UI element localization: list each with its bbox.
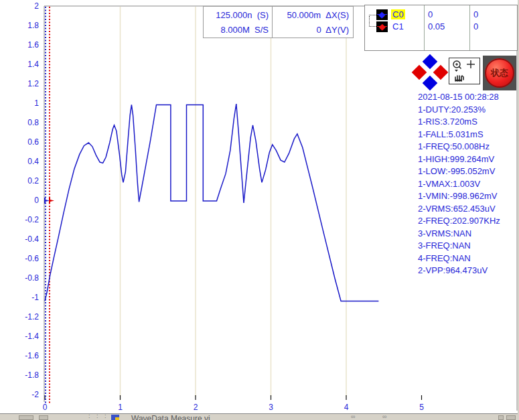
vi-window-title[interactable]: WaveData Measure.vi: [131, 414, 210, 420]
x-tick-label: 2: [187, 403, 204, 412]
red-diamond-cursor-icon[interactable]: ◆: [376, 21, 388, 32]
bottom-bar-mark: :: [88, 413, 90, 419]
measurement-line: 2-FREQ:202.907KHz: [418, 215, 518, 228]
sample-info-panel: 125.000n (S) 8.000M S/S: [203, 6, 273, 38]
cursor-delta-panel: 50.000m ΔX(S) 0 ΔY(V): [272, 6, 354, 38]
cursor-row-c1[interactable]: ◆ C1 0.05 0: [365, 21, 517, 33]
y-tick-label: -1.2: [0, 312, 39, 322]
y-tick-label: -1.4: [0, 332, 39, 341]
measurement-line: 3-VRMS:NAN: [418, 228, 518, 240]
measurement-line: 1-DUTY:20.253%: [418, 104, 518, 117]
bottom-window-bar[interactable]: : : : WaveData Measure.vi ∞ ∞: [0, 413, 519, 420]
plus-icon[interactable]: [467, 60, 475, 68]
cursor-row-c0[interactable]: ◆ C0 0 0: [365, 9, 517, 21]
measurement-line: 2-VRMS:652.453uV: [418, 203, 518, 216]
x-tick-label: 1: [112, 403, 129, 412]
cursor-c1-x-value[interactable]: 0.05: [428, 21, 445, 31]
delta-x-value: 50.000m ΔX(S): [287, 10, 350, 20]
x-tick-label: 0: [36, 403, 54, 412]
measurement-line: 4-FREQ:NAN: [418, 253, 518, 265]
cursor-c0-y-value[interactable]: 0: [473, 9, 478, 19]
bottom-bar-widget[interactable]: [19, 415, 33, 420]
bottom-bar-widget[interactable]: [506, 415, 516, 420]
down-blue-diamond-icon[interactable]: [423, 76, 438, 91]
measurement-line: 1-FALL:5.031mS: [418, 129, 518, 141]
measurement-line: 2-VPP:964.473uV: [418, 265, 518, 277]
x-tick-label: 4: [338, 403, 355, 412]
measurement-line: 1-LOW:-995.052mV: [418, 165, 518, 178]
measurement-readout-panel: 2021-08-15 00:28:28 1-DUTY:20.253%1-RIS:…: [418, 91, 518, 277]
timestamp: 2021-08-15 00:28:28: [418, 91, 518, 104]
y-tick-label: 0.2: [0, 176, 39, 186]
status-button-label[interactable]: 状态: [485, 58, 514, 88]
cursor-move-pad-button[interactable]: [413, 55, 447, 91]
measurement-line: 1-RIS:3.720mS: [418, 116, 518, 129]
bottom-bar-widget[interactable]: [498, 415, 504, 420]
y-tick-label: -0.6: [0, 254, 39, 263]
y-tick-label: 0: [0, 196, 39, 205]
y-tick-label: 0.4: [0, 157, 39, 166]
measurement-line: 1-VMAX:1.003V: [418, 178, 518, 191]
y-tick-label: 1.8: [0, 21, 39, 30]
x-tick-label: 3: [263, 403, 280, 412]
bottom-bar-mark: ∞: [351, 413, 355, 420]
magnifier-zoom-icon[interactable]: [453, 61, 461, 72]
cursor-c0-x-value[interactable]: 0: [428, 9, 433, 19]
blue-diamond-cursor-icon[interactable]: ◆: [376, 9, 388, 20]
y-tick-label: -1.6: [0, 351, 39, 360]
y-tick-label: -1: [0, 293, 39, 302]
y-tick-label: 2: [0, 1, 39, 11]
y-tick-label: -0.8: [0, 273, 39, 283]
y-tick-label: -1.8: [0, 370, 39, 380]
y-tick-label: -2: [0, 390, 39, 399]
measurement-line: 1-HIGH:999.264mV: [418, 153, 518, 166]
zoom-pan-tools-button[interactable]: [449, 58, 480, 84]
left-red-diamond-icon[interactable]: [412, 65, 427, 80]
cursor-c1-y-value[interactable]: 0: [473, 21, 478, 31]
y-tick-label: 1.2: [0, 79, 39, 88]
oscilloscope-app-window: 21.81.61.41.210.80.60.40.20-0.2-0.4-0.6-…: [0, 0, 519, 420]
cursor-c1-marker-icon[interactable]: [49, 198, 54, 204]
sample-period-value: 125.000n (S): [216, 10, 269, 20]
y-tick-label: 1.4: [0, 60, 39, 69]
bottom-bar-mark: :: [104, 413, 106, 419]
bottom-bar-widget[interactable]: [39, 415, 48, 420]
cursor-c0-marker-icon[interactable]: [44, 198, 50, 204]
bottom-bar-mark: :: [96, 413, 98, 419]
y-tick-label: -0.2: [0, 215, 39, 224]
measurement-line: 1-FREQ:50.008Hz: [418, 141, 518, 153]
sample-rate-value: 8.000M S/S: [220, 25, 269, 35]
cursor-c1-label[interactable]: C1: [391, 21, 405, 31]
waveform-trace-c1[interactable]: [45, 104, 378, 301]
delta-y-value: 0 ΔY(V): [317, 25, 349, 35]
measurement-line: 3-FREQ:NAN: [418, 240, 518, 253]
y-tick-label: 0.6: [0, 137, 39, 147]
y-tick-label: 1: [0, 98, 39, 108]
y-tick-label: -0.4: [0, 234, 39, 244]
x-tick-label: 5: [413, 403, 431, 412]
cursor-c0-label[interactable]: C0: [391, 9, 405, 19]
measurement-line: 1-VMIN:-998.962mV: [418, 190, 518, 203]
y-tick-label: 0.8: [0, 118, 39, 127]
tree-branch-line: [369, 16, 376, 27]
tree-branch-line: [369, 15, 376, 15]
cursor-legend-table: ◆ C0 0 0 ◆ C1 0.05 0: [364, 5, 518, 51]
vi-file-icon: [111, 415, 119, 420]
bottom-bar-mark: ∞: [382, 413, 386, 420]
y-tick-label: 1.6: [0, 40, 39, 50]
up-blue-diamond-icon[interactable]: [423, 54, 438, 70]
hand-pan-icon[interactable]: [455, 76, 463, 81]
status-button[interactable]: 状态: [483, 56, 516, 90]
right-red-diamond-icon[interactable]: [433, 65, 449, 80]
